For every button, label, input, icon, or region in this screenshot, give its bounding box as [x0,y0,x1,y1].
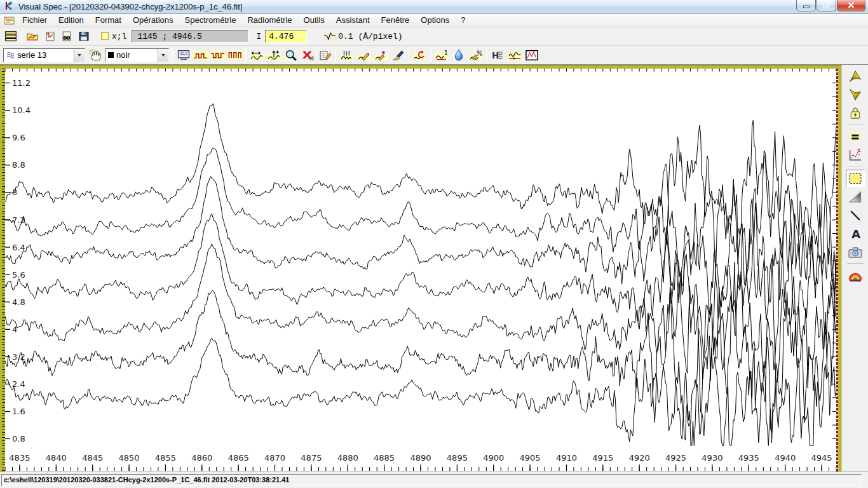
svg-text:4840: 4840 [46,453,67,463]
undo-curve-icon[interactable] [411,47,428,63]
svg-text:4835: 4835 [9,453,30,463]
svg-text:4870: 4870 [264,453,285,463]
dispersion-readout: 0.1 (Å/pixel) [323,32,402,41]
svg-text:c: c [857,148,860,153]
menu-item-fichier[interactable]: Fichier [17,14,53,27]
menu-item-format[interactable]: Format [90,14,127,27]
close-button[interactable] [837,0,865,11]
gradient-icon[interactable] [846,188,865,205]
series-toolbar: serie 13 noir 1 H [0,46,868,65]
separator [245,48,246,62]
svg-text:11.2: 11.2 [12,78,31,88]
separator [409,48,409,62]
svg-text:4880: 4880 [337,453,358,463]
side-toolbar: c A [841,65,868,471]
menu-bar: FichierEditionFormatOpérationsSpectromét… [0,14,868,27]
svg-text:4935: 4935 [738,453,759,463]
open-profile-icon[interactable] [24,29,41,44]
edit-series-icon[interactable] [316,47,334,63]
screen-tool-icon[interactable] [175,47,192,63]
dispersion-icon [323,32,336,41]
menu-item-fentre[interactable]: Fenêtre [376,14,416,27]
menu-items: FichierEditionFormatOpérationsSpectromét… [17,14,471,27]
draw-pencil-icon[interactable] [355,47,372,63]
color-select[interactable]: noir [105,48,169,62]
separator [21,30,22,43]
svg-text:4905: 4905 [520,453,541,463]
svg-text:4930: 4930 [702,453,722,463]
clean-brush-icon[interactable] [390,47,407,63]
water-drop-icon[interactable] [450,47,467,63]
text-icon[interactable]: A [846,225,865,242]
preview-window-icon[interactable] [523,47,540,63]
svg-text:4860: 4860 [191,453,212,463]
selection-icon[interactable] [846,170,865,187]
title-bar: Visual Spec - [20120320-043902-chcyg-2x1… [0,0,868,14]
measure-icon[interactable] [467,47,484,63]
delete-icon[interactable] [299,47,316,63]
restore-button[interactable] [817,0,836,11]
svg-text:4895: 4895 [447,453,468,463]
normalize-icon[interactable]: 1 [433,47,450,63]
menu-item-outils[interactable]: Outils [298,14,330,27]
separator [847,263,864,264]
minimize-button[interactable] [796,0,816,11]
browse-profiles-icon[interactable] [58,29,75,44]
equals-icon[interactable] [846,128,865,145]
svg-text:4945: 4945 [811,453,832,463]
color-select-value: noir [116,50,130,60]
series-select[interactable]: serie 13 [3,48,85,62]
menu-item-oprations[interactable]: Opérations [127,14,179,27]
rainbow-icon[interactable] [846,267,865,284]
camera-icon[interactable] [846,243,865,261]
series-icon [6,51,15,58]
element-lines-icon[interactable]: H [489,47,506,63]
svg-text:0.8: 0.8 [12,434,25,444]
menu-item-assistant[interactable]: Assistant [330,14,376,27]
menu-item-[interactable]: ? [455,14,471,27]
shift-x-icon[interactable] [248,47,265,63]
main-toolbar: x;l 1145 ; 4946.5 I 4.476 0.1 (Å/pixel) [0,27,868,46]
profile-chart-icon[interactable]: c [846,146,865,163]
spectra-chart[interactable]: 0.81.62.43.244.85.66.47.288.89.610.411.2… [5,69,836,471]
draw-points-icon[interactable] [372,47,390,63]
hand-pick-icon[interactable] [86,47,104,63]
svg-text:8.8: 8.8 [12,160,25,170]
close-icon [848,2,855,8]
svg-text:1.6: 1.6 [12,407,25,416]
lock-icon[interactable] [846,104,865,121]
plot-border-left-ruler [0,69,5,471]
continuum-low-icon[interactable] [192,47,209,63]
menu-item-spectromtrie[interactable]: Spectrométrie [179,14,242,27]
continuum-mid-icon[interactable] [209,47,226,63]
plot-area[interactable]: 0.81.62.43.244.85.66.47.288.89.610.411.2… [0,65,841,471]
save-profile-icon[interactable] [75,29,92,44]
svg-text:4845: 4845 [82,453,103,463]
shift-y-icon[interactable] [265,47,282,63]
svg-text:4915: 4915 [592,453,613,463]
baseline-icon[interactable] [506,47,523,63]
separator [847,166,864,167]
menu-item-options[interactable]: Options [415,14,455,27]
display-options-icon[interactable] [2,29,19,44]
line-ident-icon[interactable] [338,47,355,63]
restore-icon [823,2,830,8]
status-bar: c:\eshell\120319\20120320-033821-CHcyg-2… [0,471,868,488]
svg-text:5.6: 5.6 [12,270,25,280]
series-select-value: serie 13 [17,50,46,60]
menu-item-radiomtrie[interactable]: Radiométrie [241,14,297,27]
color-select-arrow[interactable] [158,49,168,62]
line-draw-icon[interactable] [846,207,865,224]
zoom-icon[interactable] [282,47,299,63]
coord-mode-checkbox[interactable] [101,32,109,40]
color-swatch [108,52,114,58]
menu-item-edition[interactable]: Edition [53,14,90,27]
nav-down-icon[interactable] [846,86,865,103]
series-select-arrow[interactable] [74,49,85,62]
nav-up-icon[interactable] [846,67,865,85]
continuum-high-icon[interactable] [226,47,243,63]
plot-border-right [836,69,841,471]
svg-text:4910: 4910 [556,453,577,463]
import-profile-icon[interactable] [41,29,58,44]
svg-text:4885: 4885 [374,453,395,463]
